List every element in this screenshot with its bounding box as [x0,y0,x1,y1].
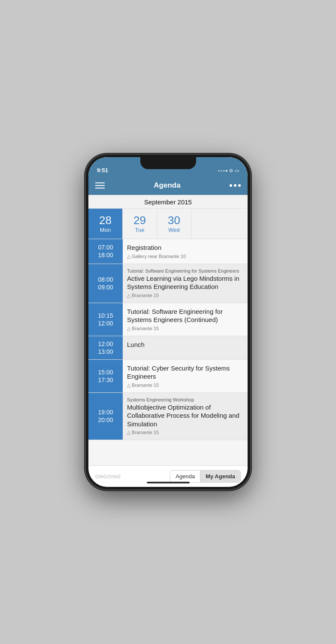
bottom-bar: ONGOING AgendaMy Agenda [88,465,248,487]
day-name: Tue [135,227,145,233]
day-name: Wed [168,227,180,233]
event-time-column: 19:0020:00 [88,393,123,440]
event-location: Bramante 15 [127,430,243,435]
event-row[interactable]: 15:0017:30Tutorial: Cyber Security for S… [88,360,248,393]
event-time-start: 12:00 [98,340,113,347]
event-subtitle: Tutorial: Software Engineering for Syste… [127,268,243,273]
event-row[interactable]: 10:1512:00Tutorial: Software Engineering… [88,303,248,336]
event-title: Lunch [127,340,243,349]
event-time-end: 12:00 [98,320,113,327]
notch [140,157,196,169]
month-label: September 2015 [88,195,248,209]
wifi-icon: ⊜ [229,168,233,173]
status-time: 9:51 [97,167,108,173]
battery-icon: ▭ [235,168,239,173]
event-time-column: 10:1512:00 [88,303,123,336]
event-time-column: 12:0013:00 [88,336,123,359]
day-number: 28 [99,214,112,227]
event-content-column: Tutorial: Software Engineering for Syste… [123,264,248,303]
bottom-tab-buttons: AgendaMy Agenda [170,470,241,483]
event-time-start: 10:15 [98,312,113,319]
event-time-start: 08:00 [98,276,113,283]
event-time-start: 15:00 [98,369,113,376]
event-row[interactable]: 08:0009:00Tutorial: Software Engineering… [88,264,248,303]
signal-icon [218,170,227,172]
screen-content: 9:51 ⊜ ▭ [88,157,248,487]
day-tab-29[interactable]: 29Tue [123,209,157,239]
event-location: Bramante 15 [127,383,243,388]
event-row[interactable]: 12:0013:00Lunch [88,336,248,360]
bottom-tab-my-agenda[interactable]: My Agenda [200,471,240,482]
event-location: Gallery near Bramante 10 [127,254,243,259]
menu-icon[interactable] [95,182,105,188]
event-title: Active Learning via Lego Mindstorms in S… [127,274,243,291]
event-time-column: 07:0018:00 [88,239,123,264]
event-time-end: 13:00 [98,348,113,355]
event-time-start: 07:00 [98,244,113,251]
event-content-column: Tutorial: Software Engineering for Syste… [123,303,248,336]
day-number: 30 [168,214,180,227]
event-row[interactable]: 19:0020:00Systems Engineering WorkshopMu… [88,393,248,440]
event-title: Tutorial: Software Engineering for Syste… [127,307,243,324]
event-row[interactable]: 07:0018:00RegistrationGallery near Brama… [88,239,248,264]
event-location: Bramante 15 [127,326,243,331]
event-title: Tutorial: Cyber Security for Systems Eng… [127,364,243,381]
more-options-icon[interactable] [230,184,241,187]
ongoing-label: ONGOING [95,474,121,479]
event-title: Registration [127,243,243,252]
event-time-end: 09:00 [98,284,113,291]
day-tab-30[interactable]: 30Wed [157,209,191,239]
event-content-column: Systems Engineering WorkshopMultiobjecti… [123,393,248,440]
bottom-tab-agenda[interactable]: Agenda [170,471,200,482]
events-list[interactable]: 07:0018:00RegistrationGallery near Brama… [88,239,248,465]
phone-inner: 9:51 ⊜ ▭ [88,157,248,487]
event-location: Bramante 15 [127,293,243,298]
event-time-start: 19:00 [98,409,113,416]
day-name: Mon [100,227,111,233]
phone-frame: 9:51 ⊜ ▭ [86,155,250,489]
day-number: 29 [133,214,146,227]
event-time-end: 18:00 [98,252,113,258]
event-time-end: 17:30 [98,377,113,383]
nav-bar: Agenda [88,176,248,195]
event-content-column: Tutorial: Cyber Security for Systems Eng… [123,360,248,392]
event-subtitle: Systems Engineering Workshop [127,397,243,402]
event-time-column: 15:0017:30 [88,360,123,392]
nav-title: Agenda [154,181,180,190]
event-content-column: RegistrationGallery near Bramante 10 [123,239,248,264]
event-content-column: Lunch [123,336,248,359]
status-icons: ⊜ ▭ [218,168,239,173]
home-indicator [147,482,190,483]
day-tabs: 28Mon29Tue30Wed [88,209,248,239]
day-tab-28[interactable]: 28Mon [88,209,123,239]
event-time-column: 08:0009:00 [88,264,123,303]
event-time-end: 20:00 [98,416,113,423]
event-title: Multiobjective Optimization of Collabora… [127,403,243,428]
